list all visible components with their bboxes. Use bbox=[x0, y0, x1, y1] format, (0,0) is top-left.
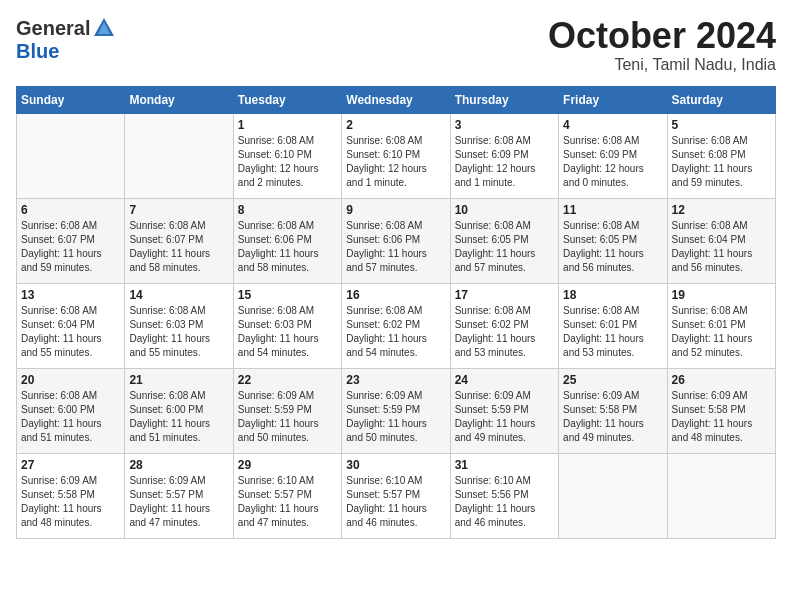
day-info: Sunrise: 6:08 AM Sunset: 6:00 PM Dayligh… bbox=[129, 389, 228, 445]
day-number: 24 bbox=[455, 373, 554, 387]
day-info: Sunrise: 6:09 AM Sunset: 5:59 PM Dayligh… bbox=[455, 389, 554, 445]
day-info: Sunrise: 6:09 AM Sunset: 5:59 PM Dayligh… bbox=[346, 389, 445, 445]
day-number: 27 bbox=[21, 458, 120, 472]
day-number: 3 bbox=[455, 118, 554, 132]
day-info: Sunrise: 6:10 AM Sunset: 5:57 PM Dayligh… bbox=[238, 474, 337, 530]
calendar-cell: 5Sunrise: 6:08 AM Sunset: 6:08 PM Daylig… bbox=[667, 113, 775, 198]
calendar-cell: 24Sunrise: 6:09 AM Sunset: 5:59 PM Dayli… bbox=[450, 368, 558, 453]
calendar-cell: 3Sunrise: 6:08 AM Sunset: 6:09 PM Daylig… bbox=[450, 113, 558, 198]
day-info: Sunrise: 6:10 AM Sunset: 5:56 PM Dayligh… bbox=[455, 474, 554, 530]
day-number: 7 bbox=[129, 203, 228, 217]
day-info: Sunrise: 6:08 AM Sunset: 6:02 PM Dayligh… bbox=[455, 304, 554, 360]
calendar-cell: 9Sunrise: 6:08 AM Sunset: 6:06 PM Daylig… bbox=[342, 198, 450, 283]
calendar-cell: 4Sunrise: 6:08 AM Sunset: 6:09 PM Daylig… bbox=[559, 113, 667, 198]
day-info: Sunrise: 6:08 AM Sunset: 6:07 PM Dayligh… bbox=[21, 219, 120, 275]
day-info: Sunrise: 6:09 AM Sunset: 5:59 PM Dayligh… bbox=[238, 389, 337, 445]
page-header: General Blue October 2024 Teni, Tamil Na… bbox=[16, 16, 776, 74]
day-number: 14 bbox=[129, 288, 228, 302]
calendar-cell: 2Sunrise: 6:08 AM Sunset: 6:10 PM Daylig… bbox=[342, 113, 450, 198]
day-number: 21 bbox=[129, 373, 228, 387]
logo: General Blue bbox=[16, 16, 116, 63]
logo-general-text: General bbox=[16, 17, 90, 40]
day-number: 10 bbox=[455, 203, 554, 217]
day-number: 18 bbox=[563, 288, 662, 302]
calendar-cell: 31Sunrise: 6:10 AM Sunset: 5:56 PM Dayli… bbox=[450, 453, 558, 538]
day-number: 6 bbox=[21, 203, 120, 217]
day-info: Sunrise: 6:10 AM Sunset: 5:57 PM Dayligh… bbox=[346, 474, 445, 530]
day-of-week-header: Saturday bbox=[667, 86, 775, 113]
day-number: 26 bbox=[672, 373, 771, 387]
day-info: Sunrise: 6:08 AM Sunset: 6:04 PM Dayligh… bbox=[21, 304, 120, 360]
calendar-cell: 13Sunrise: 6:08 AM Sunset: 6:04 PM Dayli… bbox=[17, 283, 125, 368]
day-info: Sunrise: 6:08 AM Sunset: 6:06 PM Dayligh… bbox=[238, 219, 337, 275]
calendar-week-row: 20Sunrise: 6:08 AM Sunset: 6:00 PM Dayli… bbox=[17, 368, 776, 453]
day-info: Sunrise: 6:08 AM Sunset: 6:03 PM Dayligh… bbox=[238, 304, 337, 360]
day-number: 19 bbox=[672, 288, 771, 302]
calendar-cell: 30Sunrise: 6:10 AM Sunset: 5:57 PM Dayli… bbox=[342, 453, 450, 538]
day-info: Sunrise: 6:08 AM Sunset: 6:05 PM Dayligh… bbox=[455, 219, 554, 275]
calendar-cell: 12Sunrise: 6:08 AM Sunset: 6:04 PM Dayli… bbox=[667, 198, 775, 283]
calendar-header-row: SundayMondayTuesdayWednesdayThursdayFrid… bbox=[17, 86, 776, 113]
day-number: 23 bbox=[346, 373, 445, 387]
day-number: 31 bbox=[455, 458, 554, 472]
calendar-cell: 18Sunrise: 6:08 AM Sunset: 6:01 PM Dayli… bbox=[559, 283, 667, 368]
day-info: Sunrise: 6:08 AM Sunset: 6:07 PM Dayligh… bbox=[129, 219, 228, 275]
day-info: Sunrise: 6:08 AM Sunset: 6:10 PM Dayligh… bbox=[346, 134, 445, 190]
logo-icon bbox=[92, 16, 116, 40]
day-of-week-header: Tuesday bbox=[233, 86, 341, 113]
day-info: Sunrise: 6:09 AM Sunset: 5:58 PM Dayligh… bbox=[672, 389, 771, 445]
month-title: October 2024 bbox=[548, 16, 776, 56]
day-info: Sunrise: 6:09 AM Sunset: 5:58 PM Dayligh… bbox=[21, 474, 120, 530]
title-block: October 2024 Teni, Tamil Nadu, India bbox=[548, 16, 776, 74]
calendar-cell: 16Sunrise: 6:08 AM Sunset: 6:02 PM Dayli… bbox=[342, 283, 450, 368]
calendar-cell: 20Sunrise: 6:08 AM Sunset: 6:00 PM Dayli… bbox=[17, 368, 125, 453]
day-of-week-header: Sunday bbox=[17, 86, 125, 113]
calendar-cell: 21Sunrise: 6:08 AM Sunset: 6:00 PM Dayli… bbox=[125, 368, 233, 453]
day-of-week-header: Monday bbox=[125, 86, 233, 113]
calendar-cell: 8Sunrise: 6:08 AM Sunset: 6:06 PM Daylig… bbox=[233, 198, 341, 283]
location-subtitle: Teni, Tamil Nadu, India bbox=[548, 56, 776, 74]
day-info: Sunrise: 6:08 AM Sunset: 6:06 PM Dayligh… bbox=[346, 219, 445, 275]
calendar-cell bbox=[667, 453, 775, 538]
day-number: 25 bbox=[563, 373, 662, 387]
day-of-week-header: Thursday bbox=[450, 86, 558, 113]
day-of-week-header: Friday bbox=[559, 86, 667, 113]
calendar-cell bbox=[125, 113, 233, 198]
calendar-cell: 19Sunrise: 6:08 AM Sunset: 6:01 PM Dayli… bbox=[667, 283, 775, 368]
day-number: 16 bbox=[346, 288, 445, 302]
calendar-cell: 6Sunrise: 6:08 AM Sunset: 6:07 PM Daylig… bbox=[17, 198, 125, 283]
day-info: Sunrise: 6:08 AM Sunset: 6:02 PM Dayligh… bbox=[346, 304, 445, 360]
day-info: Sunrise: 6:09 AM Sunset: 5:57 PM Dayligh… bbox=[129, 474, 228, 530]
calendar-week-row: 13Sunrise: 6:08 AM Sunset: 6:04 PM Dayli… bbox=[17, 283, 776, 368]
day-number: 8 bbox=[238, 203, 337, 217]
day-info: Sunrise: 6:08 AM Sunset: 6:09 PM Dayligh… bbox=[563, 134, 662, 190]
calendar-cell: 10Sunrise: 6:08 AM Sunset: 6:05 PM Dayli… bbox=[450, 198, 558, 283]
day-number: 20 bbox=[21, 373, 120, 387]
day-number: 29 bbox=[238, 458, 337, 472]
calendar-cell: 15Sunrise: 6:08 AM Sunset: 6:03 PM Dayli… bbox=[233, 283, 341, 368]
day-number: 9 bbox=[346, 203, 445, 217]
day-number: 5 bbox=[672, 118, 771, 132]
day-number: 30 bbox=[346, 458, 445, 472]
logo-blue-text: Blue bbox=[16, 40, 59, 62]
day-info: Sunrise: 6:08 AM Sunset: 6:09 PM Dayligh… bbox=[455, 134, 554, 190]
calendar-cell: 25Sunrise: 6:09 AM Sunset: 5:58 PM Dayli… bbox=[559, 368, 667, 453]
day-number: 15 bbox=[238, 288, 337, 302]
calendar-cell: 14Sunrise: 6:08 AM Sunset: 6:03 PM Dayli… bbox=[125, 283, 233, 368]
calendar-cell: 7Sunrise: 6:08 AM Sunset: 6:07 PM Daylig… bbox=[125, 198, 233, 283]
calendar-cell: 1Sunrise: 6:08 AM Sunset: 6:10 PM Daylig… bbox=[233, 113, 341, 198]
day-info: Sunrise: 6:08 AM Sunset: 6:01 PM Dayligh… bbox=[672, 304, 771, 360]
calendar-week-row: 27Sunrise: 6:09 AM Sunset: 5:58 PM Dayli… bbox=[17, 453, 776, 538]
calendar-cell: 22Sunrise: 6:09 AM Sunset: 5:59 PM Dayli… bbox=[233, 368, 341, 453]
calendar-cell: 11Sunrise: 6:08 AM Sunset: 6:05 PM Dayli… bbox=[559, 198, 667, 283]
day-info: Sunrise: 6:08 AM Sunset: 6:03 PM Dayligh… bbox=[129, 304, 228, 360]
calendar-cell bbox=[17, 113, 125, 198]
day-number: 22 bbox=[238, 373, 337, 387]
day-number: 1 bbox=[238, 118, 337, 132]
day-info: Sunrise: 6:09 AM Sunset: 5:58 PM Dayligh… bbox=[563, 389, 662, 445]
calendar-cell: 27Sunrise: 6:09 AM Sunset: 5:58 PM Dayli… bbox=[17, 453, 125, 538]
day-number: 2 bbox=[346, 118, 445, 132]
calendar-week-row: 6Sunrise: 6:08 AM Sunset: 6:07 PM Daylig… bbox=[17, 198, 776, 283]
calendar-week-row: 1Sunrise: 6:08 AM Sunset: 6:10 PM Daylig… bbox=[17, 113, 776, 198]
day-info: Sunrise: 6:08 AM Sunset: 6:04 PM Dayligh… bbox=[672, 219, 771, 275]
